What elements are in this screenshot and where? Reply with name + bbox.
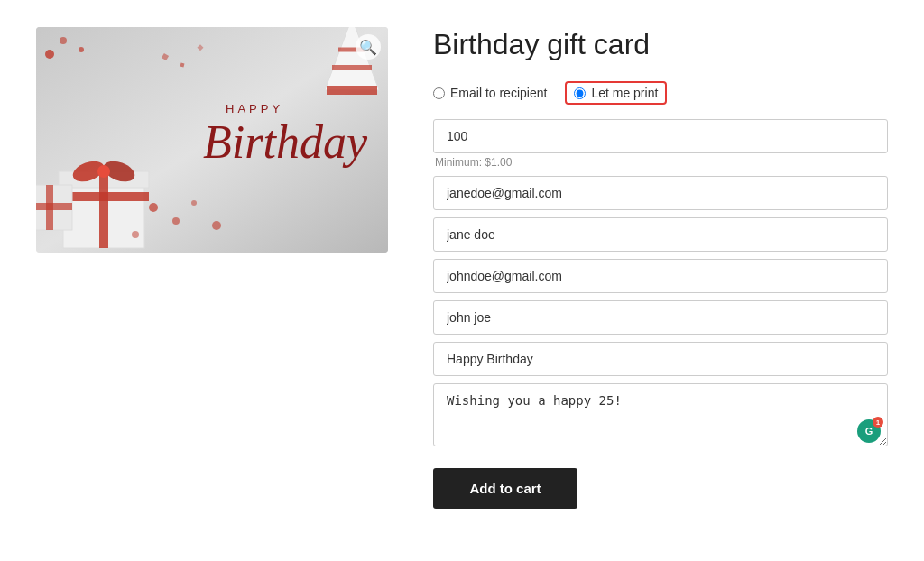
svg-point-20 (149, 203, 158, 212)
product-image: HAPPY Birthday 🔍 (36, 27, 388, 253)
recipient-name-group (433, 300, 888, 335)
email-radio[interactable] (433, 87, 445, 99)
delivery-options: Email to recipient Let me print (433, 81, 888, 105)
product-title: Birthday gift card (433, 27, 888, 61)
let-me-print-option[interactable]: Let me print (565, 81, 667, 105)
svg-point-7 (45, 50, 54, 59)
svg-point-23 (212, 221, 221, 230)
svg-rect-5 (327, 86, 377, 95)
page-container: HAPPY Birthday 🔍 Birthday gift card Emai… (0, 0, 924, 536)
sender-email-group (433, 176, 888, 210)
svg-rect-19 (36, 203, 72, 210)
svg-point-9 (79, 47, 84, 52)
amount-group: Minimum: $1.00 (433, 119, 888, 169)
email-to-recipient-option[interactable]: Email to recipient (433, 86, 547, 100)
product-details: Birthday gift card Email to recipient Le… (433, 27, 888, 509)
svg-point-21 (172, 217, 180, 225)
email-option-label: Email to recipient (450, 86, 547, 100)
recipient-name-input[interactable] (433, 300, 888, 335)
add-to-cart-button[interactable]: Add to cart (433, 468, 578, 509)
print-radio[interactable] (574, 87, 586, 99)
svg-point-24 (132, 231, 139, 238)
subject-input[interactable] (433, 342, 888, 376)
message-group: G 1 (433, 383, 888, 450)
print-option-label: Let me print (591, 86, 658, 100)
sender-name-group (433, 217, 888, 252)
recipient-email-group (433, 259, 888, 293)
subject-group (433, 342, 888, 376)
svg-point-22 (191, 200, 197, 206)
grammarly-letter: G (865, 426, 873, 437)
sender-name-input[interactable] (433, 217, 888, 252)
recipient-email-input[interactable] (433, 259, 888, 293)
sender-email-input[interactable] (433, 176, 888, 210)
amount-hint: Minimum: $1.00 (433, 156, 888, 169)
message-wrapper: G 1 (433, 383, 888, 450)
amount-input[interactable] (433, 119, 888, 153)
svg-text:Birthday: Birthday (203, 116, 368, 168)
product-image-wrapper: HAPPY Birthday 🔍 (36, 27, 388, 253)
svg-point-8 (60, 37, 67, 44)
zoom-icon[interactable]: 🔍 (356, 34, 381, 60)
svg-point-16 (97, 165, 110, 178)
message-textarea[interactable] (433, 383, 888, 446)
svg-rect-12 (99, 171, 108, 248)
svg-text:HAPPY: HAPPY (226, 102, 283, 115)
